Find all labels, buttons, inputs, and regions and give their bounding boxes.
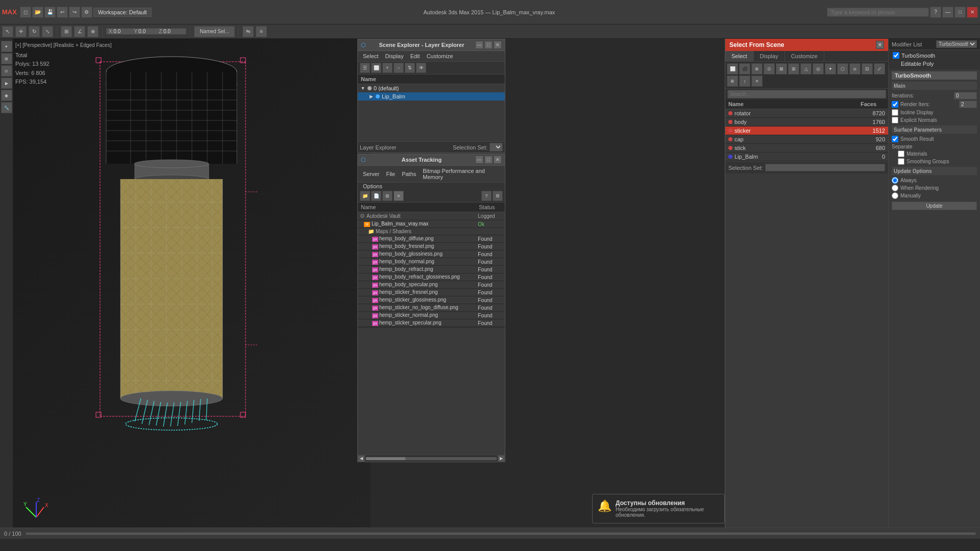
sfs-object-row[interactable]: cap 920	[725, 135, 888, 144]
asset-row[interactable]: pxhemp_body_diffuse.png Found	[358, 235, 505, 243]
sort-btn[interactable]: ⇅	[405, 63, 415, 73]
scene-explorer-restore[interactable]: □	[484, 41, 493, 49]
sfs-object-row[interactable]: body 1760	[725, 118, 888, 127]
scale-tool[interactable]: ⤡	[42, 26, 53, 37]
display-tab[interactable]: ◉	[1, 90, 12, 101]
layer-lipbalm[interactable]: ▶ Lip_Balm	[358, 92, 505, 101]
asset-tool3[interactable]: ⊞	[382, 191, 393, 201]
spinner-snap-btn[interactable]: ⊕	[87, 26, 99, 37]
menu-paths[interactable]: Paths	[399, 170, 419, 178]
motion-tab[interactable]: ▶	[1, 78, 12, 89]
select-tool[interactable]: ↖	[2, 26, 13, 37]
modifier-list-dropdown[interactable]: TurboSmooth Editable Poly	[936, 40, 977, 48]
explicit-normals-checkbox[interactable]	[892, 117, 898, 123]
sfs-btn5[interactable]: ⊠	[776, 63, 787, 74]
expand-btn[interactable]: +	[382, 63, 393, 73]
modifier-turbosmooth[interactable]: TurboSmooth	[890, 51, 979, 60]
save-btn[interactable]: 💾	[44, 7, 56, 18]
angle-snap-btn[interactable]: ∠	[74, 26, 85, 37]
menu-select[interactable]: Select	[360, 52, 382, 60]
smoothing-groups-checkbox[interactable]	[898, 158, 904, 165]
update-button[interactable]: Update	[892, 202, 977, 210]
asset-row[interactable]: 📁Maps / Shaders	[358, 228, 505, 235]
asset-settings[interactable]: ⚙	[493, 191, 503, 201]
sfs-object-row[interactable]: sticker 1512	[725, 127, 888, 135]
select-all-btn[interactable]: ⬜	[371, 63, 381, 73]
close-btn[interactable]: ✕	[967, 7, 978, 18]
sfs-object-row[interactable]: rotator 8720	[725, 109, 888, 118]
isoline-checkbox[interactable]	[892, 109, 898, 116]
create-tab[interactable]: ✦	[1, 41, 12, 52]
render-iters-checkbox[interactable]	[892, 101, 898, 108]
menu-bitmap[interactable]: Bitmap Performance and Memory	[420, 167, 503, 181]
asset-close[interactable]: ✕	[494, 156, 502, 164]
filter-btn[interactable]: ☰	[360, 63, 370, 73]
turbosmooth-checkbox[interactable]	[893, 52, 899, 59]
sfs-btn7[interactable]: △	[800, 63, 812, 74]
tab-select[interactable]: Select	[725, 51, 754, 61]
asset-row[interactable]: pxhemp_sticker_fresnel.png Found	[358, 289, 505, 296]
rotate-tool[interactable]: ↻	[29, 26, 40, 37]
sfs-btn6[interactable]: ⊞	[788, 63, 799, 74]
mirror-btn[interactable]: ⇋	[242, 26, 254, 37]
scrollbar-thumb[interactable]	[366, 457, 405, 460]
selection-set-input[interactable]	[765, 164, 885, 171]
sfs-object-row[interactable]: stick 680	[725, 144, 888, 153]
maximize-btn[interactable]: □	[954, 7, 966, 18]
asset-row[interactable]: pxhemp_body_specular.png Found	[358, 281, 505, 289]
menu-customize[interactable]: Customize	[424, 52, 456, 60]
scroll-right[interactable]: ▶	[498, 455, 505, 462]
z-input[interactable]	[163, 29, 184, 34]
align-btn[interactable]: ≡	[256, 26, 267, 37]
hierarchy-tab[interactable]: ⊙	[1, 65, 12, 77]
named-selection[interactable]: Named Sel...	[194, 26, 235, 37]
sfs-search[interactable]	[727, 90, 886, 98]
y-input[interactable]	[138, 29, 159, 34]
x-input[interactable]	[113, 29, 134, 34]
modifier-editablepoly[interactable]: Editable Poly	[890, 60, 979, 68]
modify-tab[interactable]: ⊞	[1, 53, 12, 64]
asset-row[interactable]: pxhemp_sticker_no_logo_diffuse.png Found	[358, 304, 505, 312]
new-btn[interactable]: ◻	[20, 7, 31, 18]
menu-display[interactable]: Display	[382, 52, 407, 60]
scene-explorer-close[interactable]: ✕	[494, 41, 502, 49]
layer-default[interactable]: ▼ 0 (default)	[358, 84, 505, 92]
sfs-btn9[interactable]: ✦	[825, 63, 836, 74]
smooth-result-checkbox[interactable]	[892, 136, 898, 142]
redo-btn[interactable]: ↪	[69, 7, 80, 18]
tab-display[interactable]: Display	[754, 51, 785, 61]
sfs-btn11[interactable]: ⧈	[849, 63, 861, 74]
asset-row[interactable]: pxhemp_body_fresnel.png Found	[358, 243, 505, 251]
asset-row[interactable]: pxhemp_body_refract.png Found	[358, 266, 505, 273]
menu-edit[interactable]: Edit	[407, 52, 423, 60]
asset-row[interactable]: pxhemp_sticker_glossiness.png Found	[358, 296, 505, 304]
collapse-btn[interactable]: −	[394, 63, 404, 73]
sfs-close[interactable]: ✕	[876, 41, 884, 49]
manually-radio[interactable]	[892, 192, 898, 199]
selection-set-dropdown[interactable]	[489, 143, 503, 152]
hide-btn[interactable]: 👁	[416, 63, 426, 73]
viewport[interactable]: [+] [Perspective] [Realistic + Edged Fac…	[13, 39, 371, 539]
sfs-btn12[interactable]: ⊟	[862, 63, 873, 74]
menu-file[interactable]: File	[383, 170, 398, 178]
sfs-btn4[interactable]: ⊙	[764, 63, 775, 74]
utilities-tab[interactable]: 🔧	[1, 102, 12, 113]
asset-row[interactable]: MLip_Balm_max_vray.max Ok	[358, 220, 505, 228]
sfs-object-row[interactable]: Lip_Balm 0	[725, 153, 888, 161]
asset-help[interactable]: ?	[481, 191, 492, 201]
render-setup-btn[interactable]: ⚙	[81, 7, 92, 18]
asset-minimize[interactable]: —	[475, 156, 483, 164]
help-btn[interactable]: ?	[930, 7, 941, 18]
sfs-btn3[interactable]: ⊕	[751, 63, 763, 74]
asset-row[interactable]: ⚙Autodesk Vault Logged	[358, 212, 505, 220]
sfs-btn15[interactable]: ↕	[739, 76, 750, 87]
render-iters-input[interactable]	[959, 101, 977, 108]
asset-tool1[interactable]: 📁	[360, 191, 370, 201]
asset-tool4[interactable]: ≡	[394, 191, 404, 201]
sfs-btn16[interactable]: ≡	[751, 76, 763, 87]
workspace-selector[interactable]: Workspace: Default	[93, 8, 152, 17]
sfs-btn14[interactable]: ⊕	[727, 76, 738, 87]
sfs-btn13[interactable]: ⤢	[874, 63, 885, 74]
scene-explorer-minimize[interactable]: —	[475, 41, 483, 49]
asset-row[interactable]: pxhemp_sticker_specular.png Found	[358, 319, 505, 327]
